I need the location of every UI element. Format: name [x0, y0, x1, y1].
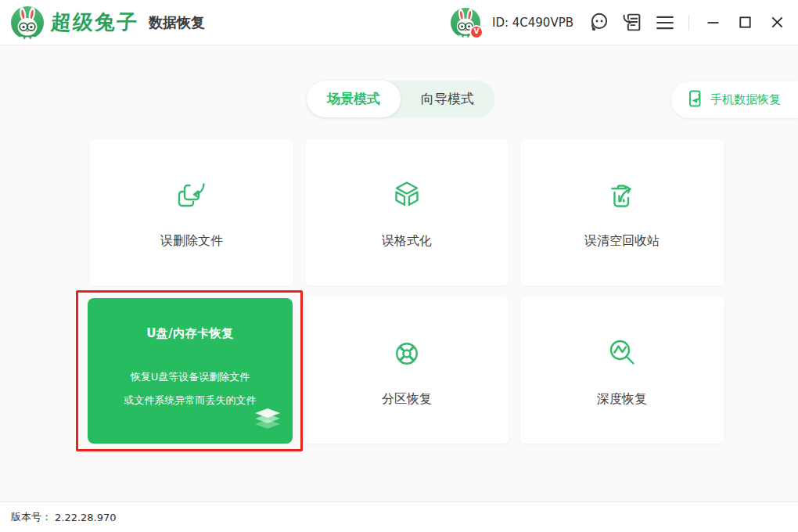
card-label: 深度恢复: [597, 391, 647, 408]
tab-wizard-mode[interactable]: 向导模式: [401, 81, 494, 117]
app-window: 超级兔子 数据恢复 V ID: 4C490VPB: [0, 0, 798, 532]
header-actions: V ID: 4C490VPB: [451, 8, 787, 38]
customer-service-icon[interactable]: [588, 12, 609, 33]
phone-recovery-label: 手机数据恢复: [710, 92, 781, 107]
card-label: 误删除文件: [160, 233, 223, 250]
card-recycle-bin-recovery[interactable]: 误清空回收站: [520, 139, 724, 286]
card-formatted-recovery[interactable]: 误格式化: [305, 139, 509, 286]
header-divider: [688, 15, 689, 31]
version-label: 版本号：: [11, 510, 52, 524]
app-subtitle: 数据恢复: [149, 13, 205, 32]
close-icon[interactable]: [767, 13, 787, 33]
app-title: 超级兔子: [50, 9, 139, 36]
menu-icon[interactable]: [654, 12, 675, 33]
card-deep-recovery[interactable]: 深度恢复: [520, 297, 724, 444]
card-usb-memory-card-recovery[interactable]: U盘/内存卡恢复 恢复U盘等设备误删除文件 或文件系统异常而丢失的文件: [88, 298, 293, 444]
vip-badge: V: [469, 25, 483, 39]
maximize-icon[interactable]: [735, 13, 755, 33]
version-value: 2.22.28.970: [55, 512, 117, 523]
tab-scene-mode[interactable]: 场景模式: [307, 81, 401, 117]
feedback-icon[interactable]: [621, 12, 642, 33]
card-partition-recovery[interactable]: 分区恢复: [305, 297, 509, 444]
title-bar: 超级兔子 数据恢复 V ID: 4C490VPB: [0, 0, 798, 45]
app-brand: 超级兔子 数据恢复: [11, 6, 205, 39]
card-label: 误格式化: [382, 233, 432, 250]
partition-icon: [388, 333, 426, 374]
format-cube-icon: [388, 175, 426, 216]
recycle-bin-restore-icon: [603, 175, 641, 216]
restore-file-icon: [173, 175, 210, 216]
user-avatar[interactable]: V: [451, 8, 480, 38]
phone-recovery-icon: [687, 90, 704, 110]
card-description: 恢复U盘等设备误删除文件 或文件系统异常而丢失的文件: [88, 365, 293, 412]
minimize-icon[interactable]: [703, 13, 723, 33]
mode-tabs: 场景模式 向导模式: [307, 81, 494, 117]
card-restore-deleted-files[interactable]: 误删除文件: [90, 139, 293, 286]
user-id-label: ID: 4C490VPB: [492, 16, 573, 30]
card-label: 分区恢复: [382, 391, 432, 408]
status-bar: 版本号： 2.22.28.970: [0, 501, 798, 532]
deep-scan-icon: [603, 333, 641, 374]
rabbit-logo-icon: [11, 6, 44, 39]
phone-data-recovery-button[interactable]: 手机数据恢复: [671, 81, 798, 118]
card-title: U盘/内存卡恢复: [88, 326, 293, 341]
layers-icon: [253, 408, 282, 435]
card-label: 误清空回收站: [584, 233, 660, 250]
